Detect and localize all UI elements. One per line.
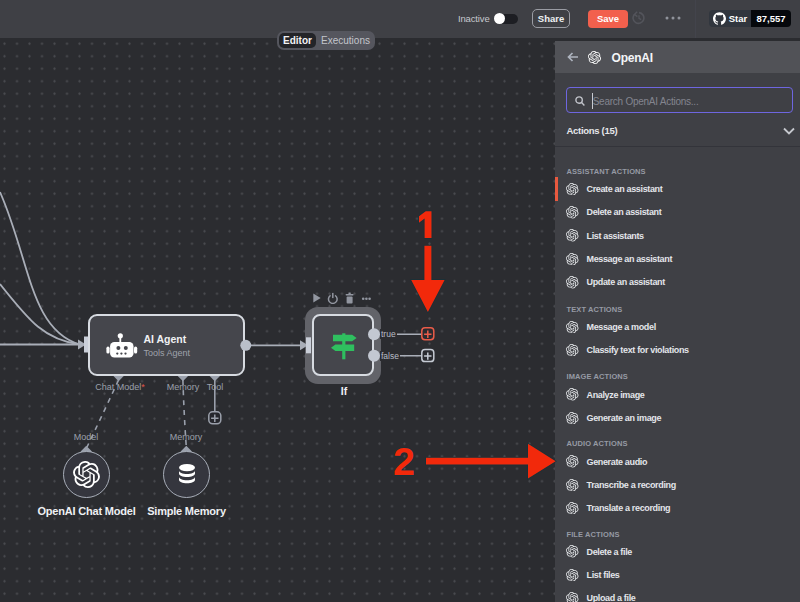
svg-text:2: 2 bbox=[393, 439, 415, 483]
